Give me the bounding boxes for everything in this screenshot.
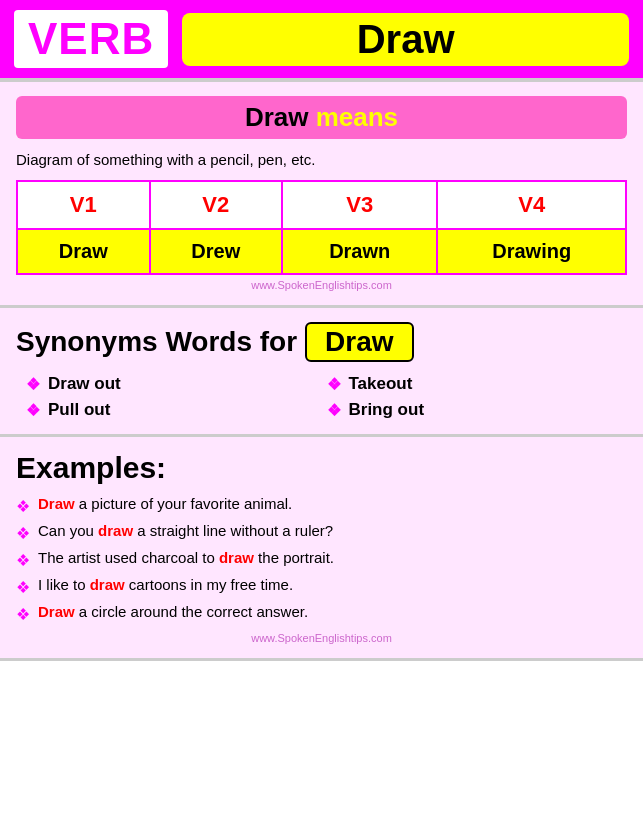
diamond-icon-1: ❖ <box>26 375 40 394</box>
synonym-pull-out: ❖ Pull out <box>26 400 327 420</box>
description-text: Diagram of something with a pencil, pen,… <box>16 149 627 170</box>
draw-means-title: Draw means <box>16 96 627 139</box>
example-1: ❖ Draw a picture of your favorite animal… <box>16 495 627 516</box>
synonym-bring-out: ❖ Bring out <box>327 400 628 420</box>
diamond-icon-ex4: ❖ <box>16 578 30 597</box>
synonym-takeout: ❖ Takeout <box>327 374 628 394</box>
diamond-icon-ex1: ❖ <box>16 497 30 516</box>
example-4: ❖ I like to draw cartoons in my free tim… <box>16 576 627 597</box>
table-header-v4: V4 <box>437 181 626 229</box>
example-post-1: a picture of your favorite animal. <box>75 495 293 512</box>
table-header-v2: V2 <box>150 181 283 229</box>
example-pre-3: The artist used charcoal to <box>38 549 219 566</box>
highlight-3: draw <box>219 549 254 566</box>
example-5: ❖ Draw a circle around the correct answe… <box>16 603 627 624</box>
verb-forms-table: V1 V2 V3 V4 Draw Drew Drawn Drawing <box>16 180 627 275</box>
synonyms-section: Synonyms Words for Draw ❖ Draw out ❖ Tak… <box>0 308 643 437</box>
synonyms-title: Synonyms Words for Draw <box>16 322 627 362</box>
diamond-icon-3: ❖ <box>26 401 40 420</box>
diamond-icon-4: ❖ <box>327 401 341 420</box>
example-pre-4: I like to <box>38 576 90 593</box>
synonym-draw-out: ❖ Draw out <box>26 374 327 394</box>
examples-section: Examples: ❖ Draw a picture of your favor… <box>0 437 643 661</box>
table-header-row: V1 V2 V3 V4 <box>17 181 626 229</box>
synonyms-title-word: Draw <box>305 322 413 362</box>
table-cell-v3: Drawn <box>282 229 437 274</box>
example-text-1: Draw a picture of your favorite animal. <box>38 495 292 512</box>
watermark: www.SpokenEnglishtips.com <box>16 279 627 291</box>
examples-title: Examples: <box>16 451 627 485</box>
example-text-2: Can you draw a straight line without a r… <box>38 522 333 539</box>
example-text-5: Draw a circle around the correct answer. <box>38 603 308 620</box>
example-2: ❖ Can you draw a straight line without a… <box>16 522 627 543</box>
table-header-v1: V1 <box>17 181 150 229</box>
draw-means-section: Draw means Diagram of something with a p… <box>0 82 643 308</box>
synonym-label-bring-out: Bring out <box>349 400 425 420</box>
draw-means-means: means <box>316 102 398 132</box>
synonyms-grid: ❖ Draw out ❖ Takeout ❖ Pull out ❖ Bring … <box>16 374 627 420</box>
synonym-label-pull-out: Pull out <box>48 400 110 420</box>
header: VERB Draw <box>0 0 643 82</box>
diamond-icon-ex5: ❖ <box>16 605 30 624</box>
diamond-icon-ex2: ❖ <box>16 524 30 543</box>
draw-means-draw: Draw <box>245 102 309 132</box>
diamond-icon-2: ❖ <box>327 375 341 394</box>
diamond-icon-ex3: ❖ <box>16 551 30 570</box>
highlight-4: draw <box>90 576 125 593</box>
synonym-label-draw-out: Draw out <box>48 374 121 394</box>
highlight-1: Draw <box>38 495 75 512</box>
header-word: Draw <box>182 13 629 66</box>
synonym-label-takeout: Takeout <box>349 374 413 394</box>
example-post-4: cartoons in my free time. <box>125 576 293 593</box>
example-3: ❖ The artist used charcoal to draw the p… <box>16 549 627 570</box>
table-cell-v4: Drawing <box>437 229 626 274</box>
table-header-v3: V3 <box>282 181 437 229</box>
watermark2: www.SpokenEnglishtips.com <box>16 632 627 644</box>
example-text-4: I like to draw cartoons in my free time. <box>38 576 293 593</box>
table-cell-v2: Drew <box>150 229 283 274</box>
highlight-2: draw <box>98 522 133 539</box>
example-text-3: The artist used charcoal to draw the por… <box>38 549 334 566</box>
example-post-2: a straight line without a ruler? <box>133 522 333 539</box>
table-cell-v1: Draw <box>17 229 150 274</box>
synonyms-title-text: Synonyms Words for <box>16 326 297 358</box>
example-pre-2: Can you <box>38 522 98 539</box>
table-values-row: Draw Drew Drawn Drawing <box>17 229 626 274</box>
verb-label: VERB <box>14 10 168 68</box>
example-post-3: the portrait. <box>254 549 334 566</box>
highlight-5: Draw <box>38 603 75 620</box>
example-post-5: a circle around the correct answer. <box>75 603 308 620</box>
